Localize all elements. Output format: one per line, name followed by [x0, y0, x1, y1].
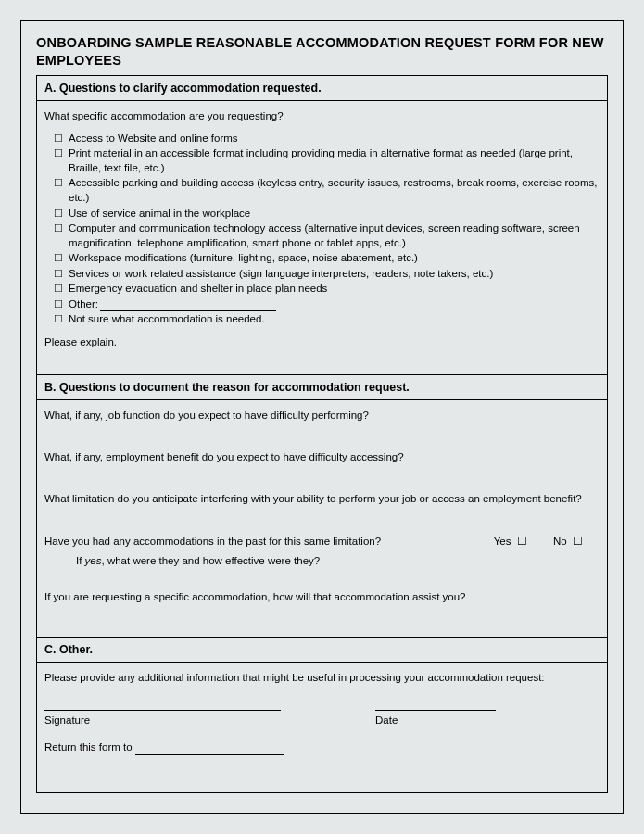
follow-prefix: If — [76, 555, 85, 566]
question-b3: What limitation do you anticipate interf… — [44, 491, 600, 507]
question-b4-followup: If yes, what were they and how effective… — [76, 553, 600, 569]
section-b: B. Questions to document the reason for … — [36, 375, 608, 638]
checkbox-item[interactable]: ☐Print material in an accessible format … — [54, 146, 600, 175]
checkbox-item-other[interactable]: ☐Other: — [54, 297, 600, 312]
section-c-intro: Please provide any additional informatio… — [44, 670, 600, 686]
question-b1: What, if any, job function do you expect… — [44, 408, 600, 423]
yes-option[interactable]: Yes ☐ — [494, 534, 527, 550]
checkbox-label: Emergency evacuation and shelter in plac… — [69, 282, 600, 297]
section-a-body: What specific accommodation are you requ… — [37, 101, 607, 374]
checkbox-label: Use of service animal in the workplace — [69, 207, 600, 221]
other-label: Other: — [69, 298, 98, 310]
no-label: No — [553, 536, 567, 547]
question-b4: Have you had any accommodations in the p… — [44, 534, 381, 550]
yes-label: Yes — [494, 536, 511, 547]
checkbox-item[interactable]: ☐Workspace modifications (furniture, lig… — [54, 251, 600, 266]
other-input-line[interactable] — [100, 310, 276, 311]
signature-label: Signature — [44, 713, 281, 728]
checkbox-icon: ☐ — [54, 207, 63, 221]
checkbox-list: ☐Access to Website and online forms ☐Pri… — [54, 132, 600, 327]
checkbox-item[interactable]: ☐Services or work related assistance (si… — [54, 267, 600, 282]
checkbox-icon: ☐ — [54, 176, 63, 190]
checkbox-icon: ☐ — [54, 297, 63, 311]
checkbox-label: Services or work related assistance (sig… — [69, 267, 600, 282]
checkbox-item[interactable]: ☐Access to Website and online forms — [54, 132, 600, 146]
signature-input-line[interactable] — [44, 698, 281, 711]
follow-suffix: , what were they and how effective were … — [102, 555, 321, 566]
section-b-header: B. Questions to document the reason for … — [37, 375, 607, 400]
please-explain: Please explain. — [44, 335, 600, 350]
section-a-question: What specific accommodation are you requ… — [44, 108, 600, 124]
checkbox-label: Not sure what accommodation is needed. — [69, 312, 600, 327]
signature-lines-row — [44, 698, 600, 711]
return-row: Return this form to — [44, 739, 600, 755]
checkbox-icon: ☐ — [54, 312, 63, 326]
return-input-line[interactable] — [135, 754, 284, 755]
checkbox-icon: ☐ — [54, 132, 63, 145]
checkbox-label: Accessible parking and building access (… — [69, 176, 600, 205]
date-label: Date — [375, 713, 398, 728]
form-container: ONBOARDING SAMPLE REASONABLE ACCOMMODATI… — [19, 19, 625, 815]
checkbox-label: Print material in an accessible format i… — [69, 146, 600, 175]
section-a-header: A. Questions to clarify accommodation re… — [37, 76, 607, 101]
section-b-body: What, if any, job function do you expect… — [37, 400, 607, 638]
checkbox-label-other: Other: — [69, 297, 600, 312]
signature-labels-row: Signature Date — [44, 713, 600, 728]
section-c-header: C. Other. — [37, 638, 607, 663]
yes-no-group: Yes ☐ No ☐ — [494, 534, 600, 550]
question-b4-row: Have you had any accommodations in the p… — [44, 534, 600, 570]
question-b2: What, if any, employment benefit do you … — [44, 449, 600, 465]
checkbox-icon: ☐ — [54, 282, 63, 296]
checkbox-icon: ☐ — [54, 221, 63, 235]
checkbox-item[interactable]: ☐Emergency evacuation and shelter in pla… — [54, 282, 600, 297]
question-b5: If you are requesting a specific accommo… — [44, 589, 600, 605]
checkbox-item[interactable]: ☐Accessible parking and building access … — [54, 176, 600, 205]
checkbox-item[interactable]: ☐Computer and communication technology a… — [54, 221, 600, 250]
date-input-line[interactable] — [375, 698, 496, 711]
checkbox-icon: ☐ — [54, 267, 63, 281]
form-title: ONBOARDING SAMPLE REASONABLE ACCOMMODATI… — [36, 34, 608, 70]
checkbox-item[interactable]: ☐Not sure what accommodation is needed. — [54, 312, 600, 327]
no-option[interactable]: No ☐ — [553, 534, 583, 550]
checkbox-icon: ☐ — [54, 146, 63, 160]
checkbox-label: Workspace modifications (furniture, ligh… — [69, 251, 600, 266]
checkbox-item[interactable]: ☐Use of service animal in the workplace — [54, 207, 600, 221]
return-label: Return this form to — [44, 741, 133, 752]
checkbox-icon: ☐ — [54, 251, 63, 265]
follow-italic: yes — [85, 555, 102, 566]
checkbox-label: Computer and communication technology ac… — [69, 221, 600, 250]
section-c: C. Other. Please provide any additional … — [36, 638, 608, 793]
section-c-body: Please provide any additional informatio… — [37, 663, 607, 792]
section-a: A. Questions to clarify accommodation re… — [36, 75, 608, 375]
checkbox-label: Access to Website and online forms — [69, 132, 600, 146]
